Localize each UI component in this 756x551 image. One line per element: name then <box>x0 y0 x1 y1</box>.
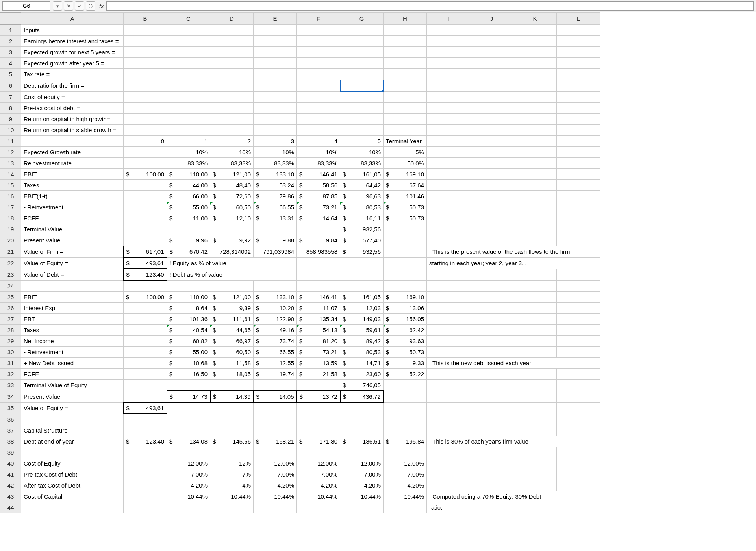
cell[interactable]: Capital Structure <box>21 425 124 436</box>
cell[interactable] <box>124 235 167 246</box>
cell[interactable]: $146,41 <box>297 169 340 180</box>
cell[interactable]: EBT <box>21 314 124 325</box>
cell[interactable]: 3 <box>254 136 297 147</box>
cell[interactable]: $58,56 <box>297 180 340 191</box>
cell[interactable] <box>384 36 427 47</box>
cell[interactable] <box>557 480 600 491</box>
cell[interactable] <box>210 380 254 391</box>
cell[interactable] <box>124 469 167 480</box>
cell[interactable] <box>513 369 557 380</box>
col-header[interactable]: E <box>254 13 297 25</box>
row-header[interactable]: 1 <box>0 25 21 36</box>
cell[interactable] <box>513 180 557 191</box>
cell[interactable]: $123,40 <box>124 436 167 447</box>
cell[interactable] <box>167 36 210 47</box>
cell[interactable]: $169,10 <box>384 169 427 180</box>
cell[interactable] <box>297 502 340 513</box>
cell[interactable] <box>427 414 470 425</box>
cell[interactable] <box>427 147 470 158</box>
cell[interactable]: 12,00% <box>384 458 427 469</box>
cell[interactable]: 10% <box>340 147 384 158</box>
cell[interactable] <box>427 391 470 402</box>
cell[interactable]: $12,10 <box>210 213 254 224</box>
cell[interactable]: 5 <box>340 136 384 147</box>
cell[interactable] <box>167 447 210 458</box>
cell[interactable] <box>513 69 557 80</box>
cell[interactable] <box>513 25 557 36</box>
cell[interactable]: $932,56 <box>340 224 384 235</box>
cell[interactable]: $110,00 <box>167 292 210 303</box>
row-header[interactable]: 22 <box>0 257 21 269</box>
cell[interactable]: $746,05 <box>340 380 384 391</box>
cell[interactable]: $62,42 <box>384 325 427 336</box>
cell[interactable] <box>513 469 557 480</box>
cell[interactable] <box>124 369 167 380</box>
cell[interactable] <box>557 69 600 80</box>
cell[interactable]: $14,05 <box>254 391 297 402</box>
cell[interactable]: Return on capital in stable growth = <box>21 125 124 136</box>
cell[interactable] <box>557 25 600 36</box>
cell[interactable]: $436,72 <box>340 391 384 402</box>
cell[interactable]: Value of Debt = <box>21 269 124 280</box>
cell[interactable]: 12,00% <box>297 458 340 469</box>
cell[interactable]: $40,54 <box>167 325 210 336</box>
cell[interactable] <box>384 380 427 391</box>
cell[interactable] <box>427 303 470 314</box>
cell[interactable] <box>470 25 513 36</box>
cell[interactable] <box>513 158 557 169</box>
cell[interactable]: $73,74 <box>254 336 297 347</box>
col-header[interactable]: G <box>340 13 384 25</box>
cell[interactable]: $44,00 <box>167 180 210 191</box>
cell-note[interactable]: starting in each year; year 2, year 3... <box>427 257 600 269</box>
cell[interactable] <box>297 69 340 80</box>
cell[interactable] <box>470 36 513 47</box>
cell[interactable] <box>124 502 167 513</box>
cell[interactable] <box>384 58 427 69</box>
cell[interactable] <box>297 402 340 414</box>
cell[interactable]: Expected growth for next 5 years = <box>21 47 124 58</box>
cell[interactable] <box>21 280 124 292</box>
cell[interactable] <box>427 336 470 347</box>
cell[interactable] <box>557 336 600 347</box>
cell[interactable] <box>513 103 557 114</box>
cell[interactable]: $158,21 <box>254 436 297 447</box>
cell[interactable]: $111,61 <box>210 314 254 325</box>
cell[interactable] <box>210 69 254 80</box>
cell[interactable] <box>427 180 470 191</box>
cell-note[interactable]: ratio. <box>427 502 600 513</box>
cell[interactable]: 10,44% <box>384 491 427 502</box>
cell[interactable] <box>427 191 470 202</box>
row-header[interactable]: 37 <box>0 425 21 436</box>
cell[interactable] <box>470 303 513 314</box>
cell[interactable]: Return on capital in high growth= <box>21 114 124 125</box>
cancel-icon[interactable]: ✕ <box>64 1 73 11</box>
cell[interactable]: ! Debt as % of value <box>167 269 297 280</box>
cell[interactable] <box>384 47 427 58</box>
cell[interactable]: $12,03 <box>340 303 384 314</box>
row-header[interactable]: 12 <box>0 147 21 158</box>
cell[interactable] <box>470 114 513 125</box>
cell[interactable] <box>167 103 210 114</box>
cell[interactable] <box>167 224 210 235</box>
cell[interactable]: Present Value <box>21 391 124 402</box>
cell[interactable] <box>557 325 600 336</box>
cell[interactable]: 2 <box>210 136 254 147</box>
cell[interactable]: $123,40 <box>124 269 167 280</box>
cell[interactable]: Pre-tax cost of debt = <box>21 103 124 114</box>
cell[interactable] <box>167 91 210 103</box>
cell[interactable] <box>167 502 210 513</box>
cell[interactable] <box>210 447 254 458</box>
cell[interactable]: $60,82 <box>167 336 210 347</box>
cell[interactable] <box>513 336 557 347</box>
cell[interactable]: $11,07 <box>297 303 340 314</box>
cell[interactable] <box>340 69 384 80</box>
cell[interactable]: Cost of Equity <box>21 458 124 469</box>
cell[interactable]: $10,20 <box>254 303 297 314</box>
cell[interactable] <box>210 25 254 36</box>
cell[interactable] <box>124 303 167 314</box>
cell[interactable]: $617,01 <box>124 246 167 257</box>
cell[interactable]: 791,039984 <box>254 246 297 257</box>
cell[interactable] <box>297 269 340 280</box>
cell[interactable]: EBIT <box>21 169 124 180</box>
cell[interactable] <box>384 246 427 257</box>
